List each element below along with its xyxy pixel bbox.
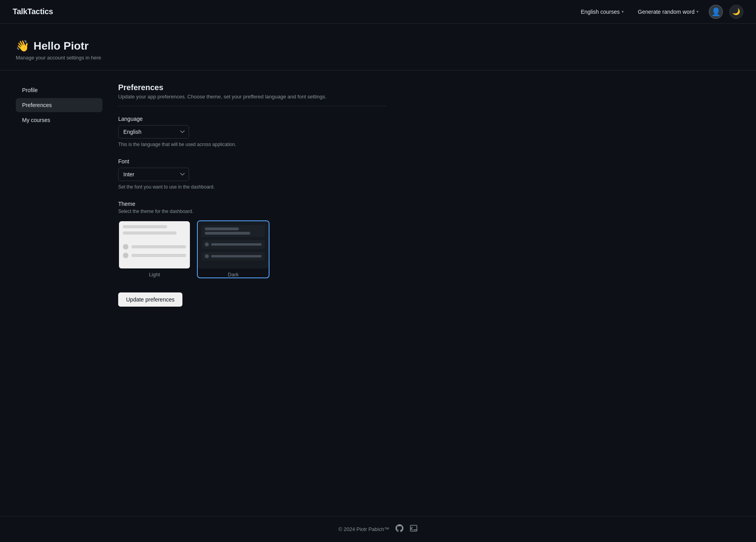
font-select[interactable]: Inter Roboto Open Sans Lato Montserrat (118, 168, 189, 181)
theme-hint: Select the theme for the dashboard. (118, 209, 386, 214)
dark-preview-card-2 (202, 252, 265, 261)
language-select[interactable]: English Polish German French Spanish (118, 125, 189, 139)
theme-toggle-button[interactable]: 🌙 (729, 5, 743, 19)
terminal-icon[interactable] (410, 524, 418, 534)
light-preview-line-1 (123, 225, 167, 228)
section-description: Update your app preferences. Choose them… (118, 94, 386, 100)
github-icon[interactable] (396, 524, 403, 534)
font-label: Font (118, 158, 386, 165)
language-hint: This is the language that will be used a… (118, 142, 386, 147)
sidebar-item-profile[interactable]: Profile (16, 83, 102, 97)
dark-preview-card-1 (202, 240, 265, 249)
greeting-emoji: 👋 (16, 39, 30, 52)
theme-card-dark[interactable]: Dark (197, 220, 269, 278)
sidebar: Profile Preferences My courses (16, 83, 102, 503)
dark-preview-line-3 (211, 243, 262, 246)
chevron-down-icon: ▾ (622, 9, 624, 14)
avatar-button[interactable]: 👤 (709, 5, 723, 19)
english-courses-label: English courses (581, 9, 620, 15)
font-field-group: Font Inter Roboto Open Sans Lato Montser… (118, 158, 386, 190)
sidebar-item-my-courses[interactable]: My courses (16, 113, 102, 127)
english-courses-dropdown[interactable]: English courses ▾ (577, 6, 628, 17)
chevron-down-icon: ▾ (697, 9, 698, 14)
dark-preview-dot-1 (205, 242, 209, 246)
light-theme-label: Light (119, 272, 190, 277)
theme-field-group: Theme Select the theme for the dashboard… (118, 201, 386, 278)
theme-card-light[interactable]: Light (118, 220, 191, 278)
app-logo: TalkTactics (13, 7, 53, 16)
theme-label: Theme (118, 201, 386, 207)
footer: © 2024 Piotr Pabich™ (0, 516, 756, 542)
dark-preview-line-2 (205, 232, 250, 235)
update-preferences-button[interactable]: Update preferences (118, 292, 182, 307)
light-preview-dot-1 (123, 244, 128, 250)
page-header: 👋 Hello Piotr Manage your account settin… (0, 24, 756, 70)
greeting: 👋 Hello Piotr (16, 39, 740, 52)
page-subtitle: Manage your account settings in here (16, 55, 740, 61)
theme-cards: Light (118, 220, 386, 278)
light-preview-dot-2 (123, 253, 128, 258)
generate-random-word-dropdown[interactable]: Generate random word ▾ (634, 6, 702, 17)
moon-icon: 🌙 (732, 8, 740, 15)
light-preview-line-3 (132, 245, 186, 248)
font-hint: Set the font you want to use in the dash… (118, 184, 386, 190)
dark-preview-line-1 (205, 228, 239, 230)
dark-theme-label: Dark (198, 272, 269, 277)
generate-random-word-label: Generate random word (638, 9, 695, 15)
dark-preview-dot-2 (205, 254, 209, 258)
dark-preview-header (202, 225, 265, 237)
sidebar-item-preferences[interactable]: Preferences (16, 98, 102, 112)
main-content: Preferences Update your app preferences.… (118, 83, 386, 503)
greeting-text: Hello Piotr (33, 40, 89, 52)
language-label: Language (118, 116, 386, 122)
language-field-group: Language English Polish German French Sp… (118, 116, 386, 147)
section-title: Preferences (118, 83, 386, 92)
light-preview-line-2 (123, 231, 176, 235)
user-avatar-icon: 👤 (711, 7, 721, 17)
light-preview-line-4 (132, 254, 186, 257)
dark-preview-line-4 (211, 255, 262, 257)
footer-copyright: © 2024 Piotr Pabich™ (338, 526, 389, 532)
